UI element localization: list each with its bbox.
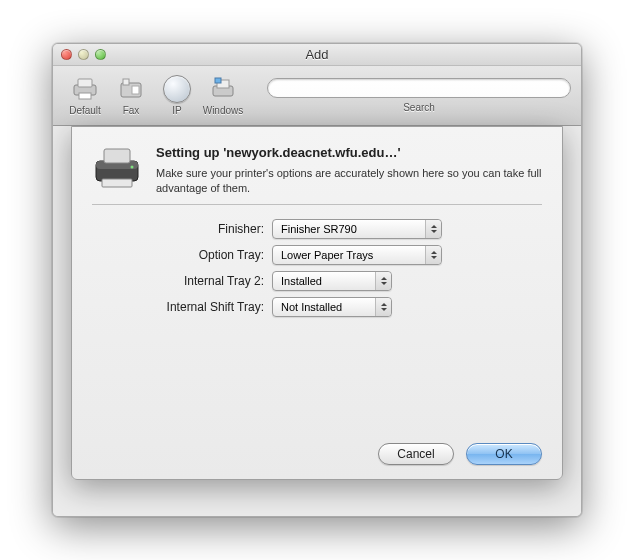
ok-button[interactable]: OK (466, 443, 542, 465)
add-printer-window: Add Default Fax IP Windows (52, 43, 582, 517)
svg-rect-4 (123, 79, 129, 85)
search-input[interactable] (267, 78, 571, 98)
svg-rect-2 (79, 93, 91, 99)
traffic-lights (53, 49, 106, 60)
sheet-description: Make sure your printer's options are acc… (156, 166, 542, 196)
option-label: Finisher: (92, 222, 272, 236)
svg-rect-5 (132, 86, 139, 94)
printer-options-sheet: Setting up 'newyork.deacnet.wfu.edu…' Ma… (71, 126, 563, 480)
globe-icon (163, 75, 191, 103)
titlebar: Add (53, 44, 581, 66)
select-value: Lower Paper Trays (281, 249, 373, 261)
button-label: OK (495, 447, 512, 461)
toolbar: Default Fax IP Windows Search (53, 66, 581, 126)
toolbar-label: Default (69, 105, 101, 116)
toolbar-label: Fax (123, 105, 140, 116)
button-label: Cancel (397, 447, 434, 461)
windows-printer-icon (209, 75, 237, 103)
minimize-icon (78, 49, 89, 60)
chevron-updown-icon (375, 272, 391, 290)
window-title: Add (53, 47, 581, 62)
finisher-select[interactable]: Finisher SR790 (272, 219, 442, 239)
svg-rect-13 (104, 149, 130, 163)
svg-point-15 (131, 166, 134, 169)
zoom-icon[interactable] (95, 49, 106, 60)
sheet-title: Setting up 'newyork.deacnet.wfu.edu…' (156, 145, 542, 160)
svg-rect-8 (215, 78, 221, 83)
option-row-internal-tray-2: Internal Tray 2: Installed (92, 271, 542, 291)
option-label: Option Tray: (92, 248, 272, 262)
toolbar-item-windows[interactable]: Windows (201, 75, 245, 116)
content-area: Queue: olin305can Name: newyork.deacnet.… (53, 126, 581, 516)
printer-large-icon (92, 145, 142, 191)
toolbar-label: IP (172, 105, 181, 116)
sheet-header: Setting up 'newyork.deacnet.wfu.edu…' Ma… (92, 145, 542, 196)
chevron-updown-icon (375, 298, 391, 316)
button-row: Cancel OK (92, 443, 542, 465)
fax-icon (117, 75, 145, 103)
search-label: Search (403, 102, 435, 113)
select-value: Finisher SR790 (281, 223, 357, 235)
close-icon[interactable] (61, 49, 72, 60)
svg-rect-14 (102, 179, 132, 187)
printer-icon (71, 75, 99, 103)
toolbar-label: Windows (203, 105, 244, 116)
sheet-spacer (92, 323, 542, 433)
toolbar-item-default[interactable]: Default (63, 75, 107, 116)
select-value: Installed (281, 275, 322, 287)
search-wrap: Search (267, 78, 571, 113)
option-label: Internal Shift Tray: (92, 300, 272, 314)
chevron-updown-icon (425, 246, 441, 264)
option-row-option-tray: Option Tray: Lower Paper Trays (92, 245, 542, 265)
option-row-finisher: Finisher: Finisher SR790 (92, 219, 542, 239)
svg-rect-1 (78, 79, 92, 87)
option-tray-select[interactable]: Lower Paper Trays (272, 245, 442, 265)
toolbar-item-ip[interactable]: IP (155, 75, 199, 116)
toolbar-item-fax[interactable]: Fax (109, 75, 153, 116)
option-row-internal-shift-tray: Internal Shift Tray: Not Installed (92, 297, 542, 317)
cancel-button[interactable]: Cancel (378, 443, 454, 465)
select-value: Not Installed (281, 301, 342, 313)
internal-tray-2-select[interactable]: Installed (272, 271, 392, 291)
sheet-divider (92, 204, 542, 205)
chevron-updown-icon (425, 220, 441, 238)
internal-shift-tray-select[interactable]: Not Installed (272, 297, 392, 317)
option-label: Internal Tray 2: (92, 274, 272, 288)
